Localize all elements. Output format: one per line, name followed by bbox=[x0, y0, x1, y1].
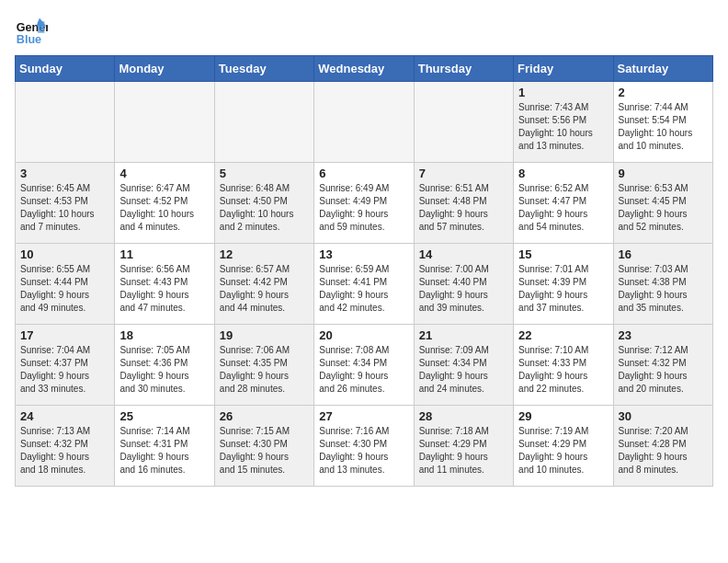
day-number: 27 bbox=[319, 409, 408, 423]
calendar-cell bbox=[414, 82, 513, 163]
day-info: Sunrise: 6:51 AM Sunset: 4:48 PM Dayligh… bbox=[419, 182, 508, 234]
day-info: Sunrise: 7:10 AM Sunset: 4:33 PM Dayligh… bbox=[518, 344, 608, 396]
day-number: 19 bbox=[220, 328, 309, 342]
calendar-header-sunday: Sunday bbox=[16, 56, 115, 82]
day-number: 17 bbox=[20, 328, 109, 342]
day-number: 26 bbox=[220, 409, 309, 423]
day-number: 20 bbox=[319, 328, 408, 342]
day-info: Sunrise: 7:44 AM Sunset: 5:54 PM Dayligh… bbox=[619, 101, 708, 153]
day-info: Sunrise: 7:09 AM Sunset: 4:34 PM Dayligh… bbox=[419, 344, 508, 396]
day-number: 18 bbox=[119, 328, 209, 342]
calendar-cell: 4Sunrise: 6:47 AM Sunset: 4:52 PM Daylig… bbox=[115, 163, 214, 244]
calendar-cell: 15Sunrise: 7:01 AM Sunset: 4:39 PM Dayli… bbox=[514, 244, 613, 325]
calendar-cell: 24Sunrise: 7:13 AM Sunset: 4:32 PM Dayli… bbox=[16, 406, 115, 487]
day-info: Sunrise: 6:59 AM Sunset: 4:41 PM Dayligh… bbox=[319, 263, 408, 315]
calendar-cell: 29Sunrise: 7:19 AM Sunset: 4:29 PM Dayli… bbox=[514, 406, 613, 487]
calendar-cell: 22Sunrise: 7:10 AM Sunset: 4:33 PM Dayli… bbox=[514, 325, 613, 406]
calendar-week-1: 1Sunrise: 7:43 AM Sunset: 5:56 PM Daylig… bbox=[16, 82, 713, 163]
day-number: 30 bbox=[619, 409, 708, 423]
day-number: 15 bbox=[518, 247, 608, 261]
day-info: Sunrise: 7:01 AM Sunset: 4:39 PM Dayligh… bbox=[518, 263, 608, 315]
day-info: Sunrise: 7:16 AM Sunset: 4:30 PM Dayligh… bbox=[319, 425, 408, 477]
calendar-cell: 16Sunrise: 7:03 AM Sunset: 4:38 PM Dayli… bbox=[613, 244, 712, 325]
calendar-cell bbox=[16, 82, 115, 163]
calendar-header-thursday: Thursday bbox=[414, 56, 513, 82]
day-info: Sunrise: 7:05 AM Sunset: 4:36 PM Dayligh… bbox=[119, 344, 209, 396]
calendar-cell: 26Sunrise: 7:15 AM Sunset: 4:30 PM Dayli… bbox=[214, 406, 313, 487]
day-info: Sunrise: 6:49 AM Sunset: 4:49 PM Dayligh… bbox=[319, 182, 408, 234]
day-info: Sunrise: 6:52 AM Sunset: 4:47 PM Dayligh… bbox=[518, 182, 608, 234]
day-number: 8 bbox=[518, 167, 608, 180]
day-info: Sunrise: 7:12 AM Sunset: 4:32 PM Dayligh… bbox=[619, 344, 708, 396]
day-number: 22 bbox=[518, 328, 608, 342]
day-info: Sunrise: 7:13 AM Sunset: 4:32 PM Dayligh… bbox=[20, 425, 109, 477]
day-info: Sunrise: 7:20 AM Sunset: 4:28 PM Dayligh… bbox=[619, 425, 708, 477]
calendar-cell: 7Sunrise: 6:51 AM Sunset: 4:48 PM Daylig… bbox=[414, 163, 513, 244]
calendar-cell: 11Sunrise: 6:56 AM Sunset: 4:43 PM Dayli… bbox=[115, 244, 214, 325]
calendar-cell: 2Sunrise: 7:44 AM Sunset: 5:54 PM Daylig… bbox=[613, 82, 712, 163]
calendar-week-3: 10Sunrise: 6:55 AM Sunset: 4:44 PM Dayli… bbox=[16, 244, 713, 325]
calendar-cell: 5Sunrise: 6:48 AM Sunset: 4:50 PM Daylig… bbox=[214, 163, 313, 244]
day-info: Sunrise: 6:55 AM Sunset: 4:44 PM Dayligh… bbox=[20, 263, 109, 315]
calendar-cell: 13Sunrise: 6:59 AM Sunset: 4:41 PM Dayli… bbox=[314, 244, 414, 325]
calendar-cell: 6Sunrise: 6:49 AM Sunset: 4:49 PM Daylig… bbox=[314, 163, 414, 244]
calendar-header-wednesday: Wednesday bbox=[314, 56, 414, 82]
calendar-cell: 21Sunrise: 7:09 AM Sunset: 4:34 PM Dayli… bbox=[414, 325, 513, 406]
day-number: 7 bbox=[419, 167, 508, 180]
calendar-cell: 23Sunrise: 7:12 AM Sunset: 4:32 PM Dayli… bbox=[613, 325, 712, 406]
day-number: 24 bbox=[20, 409, 109, 423]
calendar-cell bbox=[115, 82, 214, 163]
day-info: Sunrise: 7:43 AM Sunset: 5:56 PM Dayligh… bbox=[518, 101, 608, 153]
calendar-cell: 19Sunrise: 7:06 AM Sunset: 4:35 PM Dayli… bbox=[214, 325, 313, 406]
logo-icon: General Blue bbox=[15, 15, 48, 48]
day-info: Sunrise: 7:00 AM Sunset: 4:40 PM Dayligh… bbox=[419, 263, 508, 315]
calendar-cell: 28Sunrise: 7:18 AM Sunset: 4:29 PM Dayli… bbox=[414, 406, 513, 487]
day-number: 2 bbox=[619, 86, 708, 99]
day-info: Sunrise: 7:19 AM Sunset: 4:29 PM Dayligh… bbox=[518, 425, 608, 477]
calendar-header-tuesday: Tuesday bbox=[214, 56, 313, 82]
day-number: 28 bbox=[419, 409, 508, 423]
calendar-header-row: SundayMondayTuesdayWednesdayThursdayFrid… bbox=[16, 56, 713, 82]
calendar-table: SundayMondayTuesdayWednesdayThursdayFrid… bbox=[15, 55, 713, 487]
calendar-week-5: 24Sunrise: 7:13 AM Sunset: 4:32 PM Dayli… bbox=[16, 406, 713, 487]
day-info: Sunrise: 7:06 AM Sunset: 4:35 PM Dayligh… bbox=[220, 344, 309, 396]
day-number: 1 bbox=[518, 86, 608, 99]
day-info: Sunrise: 6:48 AM Sunset: 4:50 PM Dayligh… bbox=[220, 182, 309, 234]
calendar-week-2: 3Sunrise: 6:45 AM Sunset: 4:53 PM Daylig… bbox=[16, 163, 713, 244]
calendar-cell: 3Sunrise: 6:45 AM Sunset: 4:53 PM Daylig… bbox=[16, 163, 115, 244]
calendar-cell bbox=[214, 82, 313, 163]
calendar-cell: 30Sunrise: 7:20 AM Sunset: 4:28 PM Dayli… bbox=[613, 406, 712, 487]
calendar-cell: 9Sunrise: 6:53 AM Sunset: 4:45 PM Daylig… bbox=[613, 163, 712, 244]
day-number: 16 bbox=[619, 247, 708, 261]
day-number: 11 bbox=[119, 247, 209, 261]
day-info: Sunrise: 6:45 AM Sunset: 4:53 PM Dayligh… bbox=[20, 182, 109, 234]
logo: General Blue bbox=[15, 15, 51, 48]
day-number: 10 bbox=[20, 247, 109, 261]
day-number: 23 bbox=[619, 328, 708, 342]
calendar-cell: 20Sunrise: 7:08 AM Sunset: 4:34 PM Dayli… bbox=[314, 325, 414, 406]
day-number: 21 bbox=[419, 328, 508, 342]
calendar-cell: 10Sunrise: 6:55 AM Sunset: 4:44 PM Dayli… bbox=[16, 244, 115, 325]
calendar-header-friday: Friday bbox=[514, 56, 613, 82]
calendar-cell: 18Sunrise: 7:05 AM Sunset: 4:36 PM Dayli… bbox=[115, 325, 214, 406]
day-number: 5 bbox=[220, 167, 309, 180]
day-number: 29 bbox=[518, 409, 608, 423]
calendar-cell: 8Sunrise: 6:52 AM Sunset: 4:47 PM Daylig… bbox=[514, 163, 613, 244]
day-number: 6 bbox=[319, 167, 408, 180]
calendar-header-monday: Monday bbox=[115, 56, 214, 82]
calendar-cell: 12Sunrise: 6:57 AM Sunset: 4:42 PM Dayli… bbox=[214, 244, 313, 325]
day-number: 3 bbox=[20, 167, 109, 180]
calendar-header-saturday: Saturday bbox=[613, 56, 712, 82]
day-info: Sunrise: 7:15 AM Sunset: 4:30 PM Dayligh… bbox=[220, 425, 309, 477]
day-number: 13 bbox=[319, 247, 408, 261]
svg-text:Blue: Blue bbox=[17, 33, 41, 46]
day-number: 9 bbox=[619, 167, 708, 180]
day-info: Sunrise: 6:47 AM Sunset: 4:52 PM Dayligh… bbox=[119, 182, 209, 234]
calendar-cell: 27Sunrise: 7:16 AM Sunset: 4:30 PM Dayli… bbox=[314, 406, 414, 487]
calendar-cell bbox=[314, 82, 414, 163]
day-info: Sunrise: 6:56 AM Sunset: 4:43 PM Dayligh… bbox=[119, 263, 209, 315]
calendar-cell: 1Sunrise: 7:43 AM Sunset: 5:56 PM Daylig… bbox=[514, 82, 613, 163]
day-number: 4 bbox=[119, 167, 209, 180]
calendar-cell: 25Sunrise: 7:14 AM Sunset: 4:31 PM Dayli… bbox=[115, 406, 214, 487]
page-header: General Blue bbox=[15, 15, 713, 48]
